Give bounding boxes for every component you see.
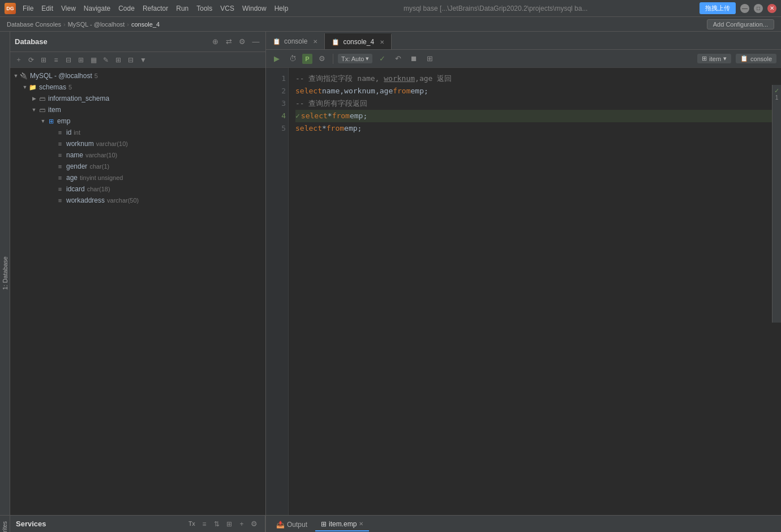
tree-grid-icon[interactable]: ⊞ — [76, 55, 86, 65]
code-line-5: select * from emp; — [295, 122, 774, 135]
col-worknum-icon: ≡ — [55, 139, 65, 148]
close-button[interactable]: ✕ — [767, 4, 776, 13]
menu-file[interactable]: File — [19, 3, 37, 14]
menu-vcs[interactable]: VCS — [217, 3, 238, 14]
tree-col-age[interactable]: ▶ ≡ age tinyint unsigned — [10, 172, 265, 183]
menu-view[interactable]: View — [58, 3, 79, 14]
col-idcard-type: char(18) — [87, 186, 110, 192]
svc-settings-icon[interactable]: ⚙ — [249, 519, 259, 529]
settings-icon[interactable]: ⚙ — [316, 53, 328, 65]
tree-expand2-icon[interactable]: ⊟ — [63, 55, 74, 65]
title-bar: DG File Edit View Navigate Code Refactor… — [0, 0, 781, 17]
code-line-5-emp: emp — [344, 122, 357, 135]
schemas-label: schemas — [39, 83, 66, 91]
tree-root-arrow: ▼ — [12, 73, 19, 79]
tree-item-schema[interactable]: ▼ 🗃 item — [10, 104, 265, 115]
svc-list-icon[interactable]: ≡ — [199, 519, 209, 529]
tree-col-name[interactable]: ▶ ≡ name varchar(10) — [10, 149, 265, 161]
title-bar-right: 拖拽上传 — □ ✕ — [700, 2, 776, 14]
add-config-button[interactable]: Add Configuration... — [707, 19, 774, 29]
menu-edit[interactable]: Edit — [38, 3, 57, 14]
menu-navigate[interactable]: Navigate — [80, 3, 114, 14]
stop-icon[interactable]: ⏹ — [407, 53, 420, 65]
svc-sort-icon[interactable]: ⇅ — [212, 519, 222, 529]
tree-add2-icon[interactable]: ⊞ — [113, 55, 123, 65]
tab-console[interactable]: 📋 console ✕ — [266, 33, 325, 49]
code-editor[interactable]: 1 2 3 4 5 -- 查询指定字段 name, worknum,age 返回… — [266, 68, 781, 515]
tree-filter-icon[interactable]: ▼ — [138, 55, 148, 65]
tree-col-worknum[interactable]: ▶ ≡ worknum varchar(10) — [10, 138, 265, 149]
menu-help[interactable]: Help — [271, 3, 292, 14]
favorites-tab[interactable]: Favorites — [2, 521, 8, 532]
code-line-1: -- 查询指定字段 name, worknum,age 返回 — [295, 72, 774, 85]
schedule-icon[interactable]: ⏱ — [286, 53, 299, 65]
upload-button[interactable]: 拖拽上传 — [700, 2, 736, 14]
menu-run[interactable]: Run — [173, 3, 192, 14]
svc-add-icon[interactable]: + — [237, 519, 247, 529]
console-badge-icon: 📋 — [740, 55, 748, 62]
emp-table-label: emp — [57, 117, 70, 125]
item-emp-tab-close[interactable]: ✕ — [359, 521, 363, 527]
console-badge[interactable]: 📋 console — [736, 54, 776, 63]
console-tab-close[interactable]: ✕ — [313, 38, 317, 45]
tree-col-idcard[interactable]: ▶ ≡ idcard char(18) — [10, 183, 265, 195]
tree-collapse-icon[interactable]: ≡ — [51, 55, 61, 65]
tab-console4[interactable]: 📋 console_4 ✕ — [325, 33, 392, 49]
info-schema-label: information_schema — [48, 95, 109, 102]
col-id-label: id — [66, 128, 71, 136]
col-idcard-icon: ≡ — [55, 185, 65, 194]
tx-chevron: ▾ — [366, 55, 369, 62]
tree-root-mysql[interactable]: ▼ 🔌 MySQL - @localhost 5 — [10, 70, 265, 81]
col-worknum-type: varchar(10) — [96, 140, 128, 147]
code-line-4-star: * — [328, 110, 332, 122]
svc-tx-icon[interactable]: Tx — [187, 519, 197, 529]
console4-tab-close[interactable]: ✕ — [380, 39, 384, 45]
undo-icon[interactable]: ↶ — [392, 53, 404, 65]
tab-item-emp[interactable]: ⊞ item.emp ✕ — [315, 518, 369, 531]
run-button[interactable]: ▶ — [271, 53, 283, 65]
tree-remove-icon[interactable]: ⊟ — [126, 55, 136, 65]
tx-dropdown[interactable]: Tx: Auto ▾ — [338, 54, 372, 63]
item-badge[interactable]: ⊞ item ▾ — [697, 54, 731, 63]
db-settings-icon[interactable]: ⚙ — [237, 37, 247, 47]
check-icon[interactable]: ✓ — [376, 53, 388, 65]
tree-add-icon[interactable]: ＋ — [14, 55, 24, 65]
svc-grid-icon[interactable]: ⊞ — [224, 519, 234, 529]
line-num-1: 1 — [268, 72, 286, 85]
item-schema-label: item — [48, 106, 61, 114]
menu-window[interactable]: Window — [239, 3, 270, 14]
db-sync-icon[interactable]: ⇄ — [224, 37, 234, 47]
db-minimize-icon[interactable]: — — [251, 37, 261, 47]
tree-col-workaddress[interactable]: ▶ ≡ workaddress varchar(50) — [10, 195, 265, 206]
code-line-4: ✓ select * from emp; — [295, 110, 774, 122]
tab-output[interactable]: 📤 Output — [271, 518, 313, 531]
col-idcard-label: idcard — [66, 185, 85, 193]
tree-col-gender[interactable]: ▶ ≡ gender char(1) — [10, 161, 265, 172]
col-gender-icon: ≡ — [55, 162, 65, 171]
breadcrumb-console4[interactable]: console_4 — [131, 21, 160, 28]
vertical-db-tab[interactable]: 1: Database — [0, 32, 10, 515]
tree-col-id[interactable]: ▶ ≡ id int — [10, 127, 265, 138]
menu-tools[interactable]: Tools — [193, 3, 216, 14]
tree-refresh-icon[interactable]: ⟳ — [26, 55, 36, 65]
menu-code[interactable]: Code — [115, 3, 138, 14]
tree-info-schema[interactable]: ▶ 🗃 information_schema — [10, 93, 265, 104]
tree-table-icon[interactable]: ▦ — [88, 55, 98, 65]
menu-refactor[interactable]: Refactor — [139, 3, 171, 14]
db-add-icon[interactable]: ⊕ — [210, 37, 220, 47]
tree-layout-icon[interactable]: ⊞ — [38, 55, 49, 65]
breadcrumb-db-consoles[interactable]: Database Consoles — [7, 21, 61, 28]
code-line-3-text: -- 查询所有字段返回 — [295, 97, 367, 110]
maximize-button[interactable]: □ — [754, 4, 763, 13]
minimize-button[interactable]: — — [740, 4, 749, 13]
tree-schemas[interactable]: ▼ 📁 schemas 5 — [10, 81, 265, 93]
mysql-server-icon: 🔌 — [19, 71, 28, 80]
line-numbers: 1 2 3 4 5 — [266, 68, 289, 515]
table-view-icon[interactable]: ⊞ — [423, 53, 436, 65]
p-badge-icon[interactable]: P — [302, 54, 312, 64]
tree-edit-icon[interactable]: ✎ — [101, 55, 111, 65]
title-text: mysql base [...\JetBrains\DataGrip2020.2… — [291, 5, 700, 12]
code-content[interactable]: -- 查询指定字段 name, worknum,age 返回 select na… — [289, 68, 781, 515]
breadcrumb-mysql[interactable]: MySQL - @localhost — [68, 21, 125, 28]
tree-emp-table[interactable]: ▼ ⊞ emp — [10, 115, 265, 127]
